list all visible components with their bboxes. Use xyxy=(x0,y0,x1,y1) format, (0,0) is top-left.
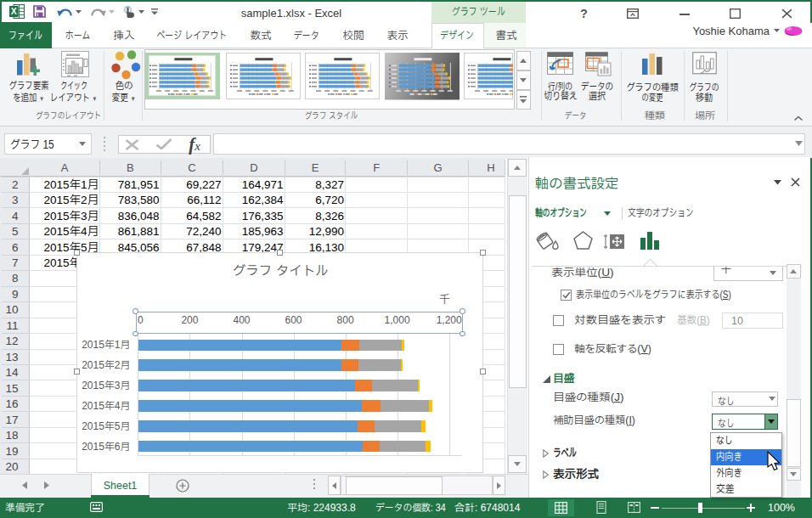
svg-text:X: X xyxy=(11,6,17,16)
